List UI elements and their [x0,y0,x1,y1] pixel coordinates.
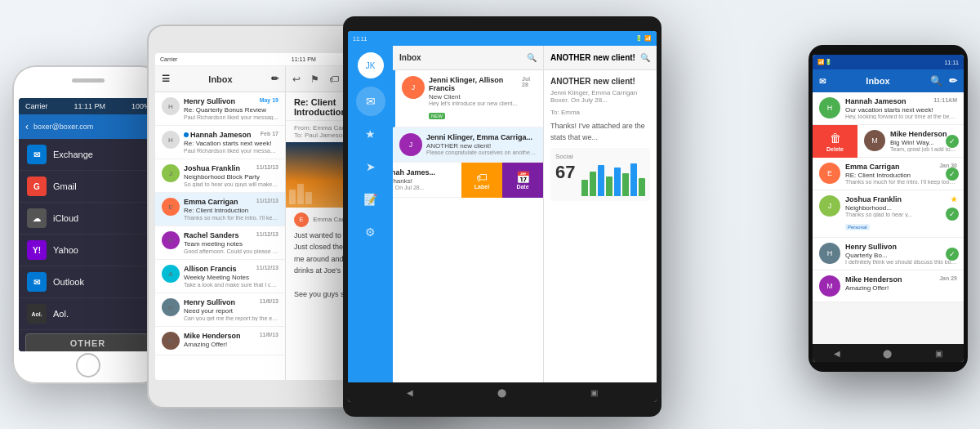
android-phone-screen: 📶🔋 11:11 ✉ Inbox 🔍 ✏ H Hannah Jameson 11… [813,55,964,362]
detail-sender-avatar: E [294,212,309,227]
ipad-email-item-6[interactable]: A Allison Francis 11/12/13 Weekly Meetin… [155,260,285,293]
account-item-icloud[interactable]: ☁ iCloud [19,203,157,235]
tag-icon[interactable]: 🏷 [329,74,339,85]
ap-preview-5: I definitely think we should discuss thi… [845,259,957,265]
compose-icon[interactable]: ✏ [271,74,278,84]
flag-icon[interactable]: ⚑ [310,74,319,85]
ipad-email-item-1[interactable]: H Henry Sullivon May 19 Re: Quarterly Bo… [155,92,285,126]
aol-icon: Aol. [27,304,47,324]
at-content-2: Jenni Klinger, Emma Carriga... ANOTHER n… [426,133,537,156]
at-email-item-2[interactable]: J Jenni Klinger, Emma Carriga... ANOTHER… [393,127,543,163]
ipad-email-item-3[interactable]: J Joshua Franklin 11/12/13 Neighborhood … [155,159,285,193]
ap-email-item-3[interactable]: E Emma Carrigan Jan 30 RE: Client Introd… [813,158,964,190]
ap-check-2: ✓ [946,135,959,148]
aol-label: Aol. [53,309,69,319]
at-nav-settings[interactable]: ⚙ [356,217,385,247]
ap-subject-1: Our vacation starts next week! [845,106,957,114]
account-item-aol[interactable]: Aol. Aol. [19,298,157,330]
iphone-email-address: boxer@boxer.com [33,123,150,131]
avatar-joshua: J [162,164,180,182]
account-item-gmail[interactable]: G Gmail [19,171,157,203]
account-item-yahoo[interactable]: Y! Yahoo [19,235,157,266]
ap-search-icon[interactable]: 🔍 [930,75,942,87]
email-content-2: Hannah Jameson Feb 17 Re: Vacation start… [184,131,278,154]
email-content-6: Allison Francis 11/12/13 Weekly Meeting … [184,265,278,288]
ap-email-item-1[interactable]: H Hannah Jameson 11:11AM Our vacation st… [813,92,964,125]
ap-email-item-5[interactable]: H Henry Sullivon Quarterly Bo... I defin… [813,238,964,270]
ipad-email-item-8[interactable]: M Mike Henderson 11/6/13 Amazing Offer! [155,327,285,355]
ap-star-4[interactable]: ★ [951,195,957,203]
ap-avatar-6: M [819,275,840,297]
avatar-hannah: H [162,131,180,149]
account-item-exchange[interactable]: ✉ Exchange [19,139,157,171]
ap-content-5: Henry Sullivon Quarterly Bo... I definit… [845,243,957,265]
at-list-header: Inbox 🔍 [393,46,543,70]
ap-preview-2: Team, great job t add to another... [890,146,957,152]
iphone-home-button[interactable] [76,353,100,378]
ap-preview-4: Thanks so glad to hear y... [845,212,957,217]
ap-subject-5: Quarterly Bo... [845,252,957,259]
email-content-3: Joshua Franklin 11/12/13 Neighborhood Bl… [184,164,278,187]
to-label: To: [294,132,305,139]
ap-nav-home[interactable]: ⬤ [883,349,892,358]
at-nav-sent[interactable]: ➤ [356,152,385,181]
ap-content-1: Hannah Jameson 11:11AM Our vacation star… [845,97,957,119]
ap-nav-recent[interactable]: ▣ [935,349,942,358]
ap-avatar-2: M [864,130,885,151]
avatar-emma: E [162,198,180,216]
ap-subject-4: Neighborhood... [845,204,957,212]
at-email-item-1[interactable]: J Jenni Klinger, Allison Francis Jul 28 … [393,70,543,127]
at-back-btn[interactable]: ◀ [407,388,413,397]
at-detail-search[interactable]: 🔍 [640,53,650,62]
at-nav-draft[interactable]: 📝 [356,185,385,214]
other-item[interactable]: OTHER [25,333,150,351]
at-inbox-title: Inbox [399,53,421,62]
ap-check-4: ✓ [946,208,959,221]
ipad-email-item-2[interactable]: H Hannah Jameson Feb 17 Re: Vacation sta… [155,126,285,159]
bar-2 [590,172,596,196]
label-icon: 🏷 [476,171,488,184]
yahoo-label: Yahoo [53,245,78,255]
gmail-icon: G [27,177,47,196]
account-list: ✉ Exchange G Gmail ☁ iCloud Y! Yahoo ✉ O… [19,139,157,351]
iphone-statusbar: Carrier 11:11 PM 100% [19,98,157,114]
ap-content-3: Emma Carrigan Jan 30 RE: Client Introduc… [845,163,957,185]
back-icon[interactable]: ‹ [25,121,29,132]
ap-check-3: ✓ [946,168,959,181]
at-nav-inbox[interactable]: ✉ [356,87,385,116]
ap-compose-icon[interactable]: ✏ [949,75,957,87]
at-recent-btn[interactable]: ▣ [590,388,598,397]
ap-email-item-6[interactable]: M Mike Henderson Jan 29 Amazing Offer! [813,270,964,302]
ipad-email-item-5[interactable]: R Rachel Sanders 11/12/13 Team meeting n… [155,226,285,260]
sender-8: Mike Henderson 11/6/13 [184,332,278,340]
date-action[interactable]: 📅 Date [502,163,543,198]
date-icon: 📅 [516,171,530,184]
bar-5 [614,168,621,196]
at-icons: 🔋 📶 [635,35,652,42]
ipad-email-item-4[interactable]: E Emma Carrigan 11/12/13 Re: Client Intr… [155,193,285,226]
at-search-icon[interactable]: 🔍 [527,53,537,62]
ap-email-item-2[interactable]: M Mike Henderson Big Win! Way... Team, g… [858,125,964,158]
ap-preview-1: Hey, looking forward to our time at the … [845,114,957,119]
sender-7: Henry Sullivon 11/6/13 [184,298,278,306]
gmail-label: Gmail [53,181,77,191]
account-item-outlook[interactable]: ✉ Outlook [19,266,157,298]
reply-icon[interactable]: ↩ [292,74,301,85]
at-nav-star[interactable]: ★ [356,119,385,149]
outlook-icon: ✉ [27,272,47,292]
at-content-1: Jenni Klinger, Allison Francis Jul 28 Ne… [429,76,537,121]
ap-delete-action[interactable]: 🗑 Delete [813,125,858,158]
ap-tag-personal: Personal [845,224,870,230]
at-user-avatar[interactable]: JK [358,52,384,78]
at-home-btn[interactable]: ⬤ [497,388,506,397]
ap-nav-back[interactable]: ◀ [834,349,840,358]
sender-4: Emma Carrigan 11/12/13 [184,198,278,206]
label-action[interactable]: 🏷 Label [461,163,502,198]
from-label: From: [294,124,313,132]
hamburger-icon[interactable]: ☰ [162,74,170,84]
sender-2: Hannah Jameson Feb 17 [184,131,278,139]
ipad-email-item-7[interactable]: H Henry Sullivon 11/6/13 Need your repor… [155,293,285,327]
ipad-time: 11:11 PM [292,56,316,62]
ap-sender-3: Emma Carrigan Jan 30 [845,163,957,171]
ap-email-item-4[interactable]: J Joshua Franklin ★ Neighborhood... Than… [813,190,964,238]
